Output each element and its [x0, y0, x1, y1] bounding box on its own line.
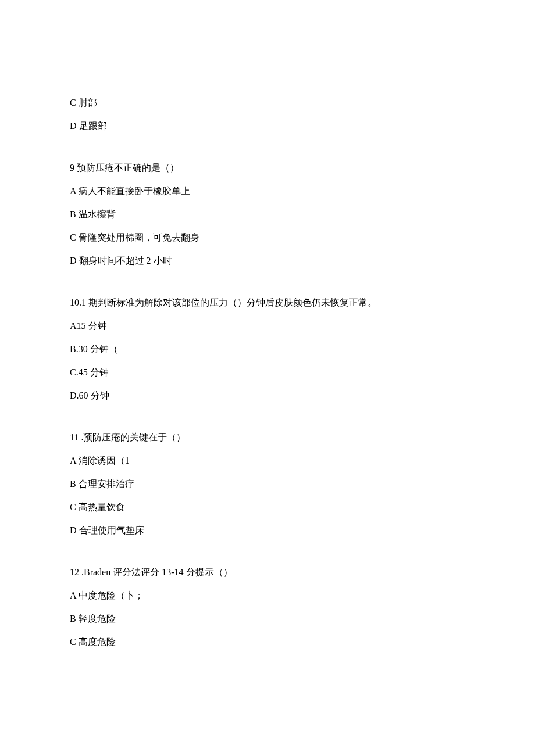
- q9-option-a: A 病人不能直接卧于橡胶单上: [70, 184, 465, 198]
- q12-option-a: A 中度危险（卜；: [70, 589, 465, 603]
- question-gap: [70, 547, 465, 565]
- q11-option-a: A 消除诱因（1: [70, 454, 465, 468]
- q11-option-d: D 合理使用气垫床: [70, 524, 465, 538]
- q12-option-b: B 轻度危险: [70, 612, 465, 626]
- q10-option-d: D.60 分钟: [70, 389, 465, 403]
- q8-option-d: D 足跟部: [70, 119, 465, 133]
- q11-option-c: C 高热量饮食: [70, 500, 465, 514]
- q8-option-c: C 肘部: [70, 96, 465, 110]
- q9-option-b: B 温水擦背: [70, 207, 465, 221]
- q9-option-c: C 骨隆突处用棉圈，可免去翻身: [70, 231, 465, 245]
- q9-stem: 9 预防压疮不正确的是（）: [70, 161, 465, 175]
- q10-option-a: A15 分钟: [70, 319, 465, 333]
- q11-option-b: B 合理安排治疗: [70, 477, 465, 491]
- question-gap: [70, 412, 465, 431]
- q12-stem: 12 .Braden 评分法评分 13-14 分提示（）: [70, 565, 465, 579]
- q10-option-c: C.45 分钟: [70, 366, 465, 379]
- q9-option-d: D 翻身时间不超过 2 小时: [70, 254, 465, 268]
- q12-option-c: C 高度危险: [70, 635, 465, 649]
- question-gap: [70, 142, 465, 161]
- q11-stem: 11 .预防压疮的关键在于（）: [70, 431, 465, 445]
- document-page: C 肘部 D 足跟部 9 预防压疮不正确的是（） A 病人不能直接卧于橡胶单上 …: [0, 0, 535, 649]
- question-gap: [70, 277, 465, 296]
- q10-stem: 10.1 期判断标准为解除对该部位的压力（）分钟后皮肤颜色仍未恢复正常。: [70, 296, 465, 310]
- q10-option-b: B.30 分钟（: [70, 342, 465, 356]
